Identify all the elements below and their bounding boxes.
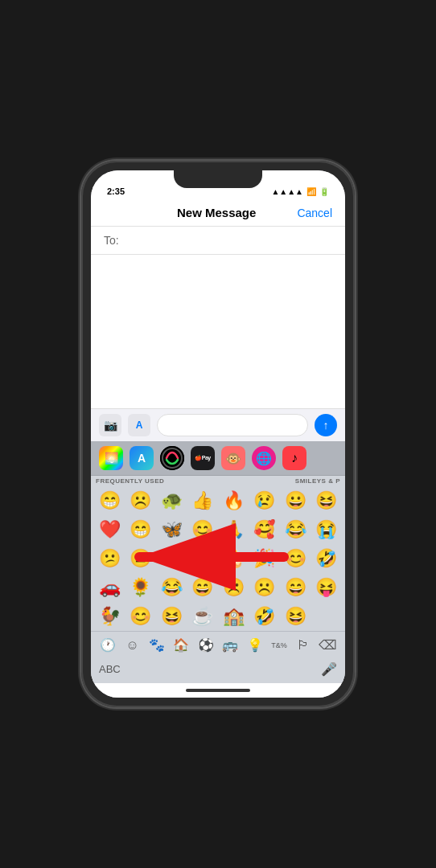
keyboard-bottom-bar: 🕐 ☺ 🐾 🏠 ⚽ 🚌 💡 T&% 🏳 ⌫ xyxy=(91,631,345,658)
emoji-cell[interactable]: 😭 xyxy=(311,515,343,544)
emoji-cell[interactable]: ☕ xyxy=(187,602,219,631)
camera-icon: 📷 xyxy=(104,419,117,432)
emoji-cell[interactable]: ❤️ xyxy=(94,515,125,544)
battery-icon: 🔋 xyxy=(319,187,329,196)
emoji-cell[interactable]: 😐 xyxy=(125,544,157,573)
svg-point-0 xyxy=(160,446,184,470)
sports-icon[interactable]: ⚽ xyxy=(195,637,216,653)
frequently-used-label: FREQUENTLY USED xyxy=(96,477,218,485)
header: New Message Cancel xyxy=(91,199,345,227)
abc-button[interactable]: ABC xyxy=(99,663,121,675)
emoji-cell[interactable]: 😕 xyxy=(94,544,125,573)
emoji-cell[interactable]: 😊 xyxy=(187,515,219,544)
page-title: New Message xyxy=(136,206,297,219)
emoji-cell[interactable]: 👍 xyxy=(187,486,219,515)
send-icon: ↑ xyxy=(323,419,329,432)
emoji-cell[interactable]: 😆 xyxy=(280,602,311,631)
appstore-app-icon[interactable]: A xyxy=(130,446,154,470)
emoji-cell[interactable]: 😢 xyxy=(249,486,281,515)
emoji-section-labels: FREQUENTLY USED SMILEYS & P xyxy=(91,476,345,486)
emoji-cell[interactable]: 🎂 xyxy=(218,544,249,573)
emoji-cell[interactable]: 😄 xyxy=(280,573,311,602)
objects-icon[interactable]: 💡 xyxy=(245,637,265,653)
emoji-apps-row: 🌅 A 🍎Pay 🐵 🌐 ♪ xyxy=(91,441,345,476)
food-icon[interactable]: 🏠 xyxy=(171,637,191,653)
emoji-cell[interactable]: 😂 xyxy=(280,515,311,544)
clock-icon[interactable]: 🕐 xyxy=(97,637,118,653)
appstore-icon: A xyxy=(136,420,143,431)
emoji-cell[interactable]: 🏫 xyxy=(218,602,249,631)
signal-icon: ▲▲▲▲ xyxy=(271,187,303,196)
phone-screen: 2:35 ▲▲▲▲ 📶 🔋 New Message Cancel To: 📷 xyxy=(91,170,345,698)
emoji-cell[interactable]: 🔥 xyxy=(218,486,249,515)
emoji-cell[interactable]: ☹️ xyxy=(249,573,281,602)
emoji-cell[interactable]: 🥰 xyxy=(249,515,281,544)
to-label: To: xyxy=(104,234,119,247)
music-app-icon[interactable]: ♪ xyxy=(282,446,306,470)
mic-button[interactable]: 🎤 xyxy=(321,661,337,677)
emoji-cell[interactable]: 😀 xyxy=(280,486,311,515)
monkey-app-icon[interactable]: 🐵 xyxy=(221,446,245,470)
emoji-cell[interactable]: 😝 xyxy=(311,573,343,602)
emoji-cell[interactable] xyxy=(311,602,343,631)
to-field[interactable]: To: xyxy=(91,227,345,255)
emoji-keyboard: 🌅 A 🍎Pay 🐵 🌐 ♪ xyxy=(91,441,345,683)
notch xyxy=(174,170,262,188)
wifi-icon: 📶 xyxy=(306,187,316,196)
globe-app-icon[interactable]: 🌐 xyxy=(252,446,276,470)
emoji-cell[interactable]: 🤣 xyxy=(311,544,343,573)
emoji-cell[interactable]: ☹️ xyxy=(125,486,157,515)
travel-icon[interactable]: 🚌 xyxy=(220,637,241,653)
message-area[interactable] xyxy=(91,255,345,408)
smiley-icon[interactable]: ☺ xyxy=(122,638,143,653)
emoji-cell[interactable]: 🦋 xyxy=(156,515,187,544)
emoji-cell[interactable]: 😐 xyxy=(156,544,187,573)
cancel-button[interactable]: Cancel xyxy=(297,207,332,219)
emoji-cell[interactable]: 😆 xyxy=(156,602,187,631)
emoji-grid: 😁 ☹️ 🐢 👍 🔥 😢 😀 😆 ❤️ 😁 🦋 😊 🙏 🥰 😂 xyxy=(91,486,345,631)
emoji-cell[interactable]: 😆 xyxy=(311,486,343,515)
emoji-cell[interactable]: 😊 xyxy=(280,544,311,573)
emoji-cell[interactable]: 🚗 xyxy=(94,573,125,602)
home-bar xyxy=(186,689,250,692)
emoji-cell[interactable]: 🐓 xyxy=(94,602,125,631)
status-time: 2:35 xyxy=(107,186,125,196)
symbols-icon[interactable]: T&% xyxy=(269,641,290,649)
emoji-cell[interactable]: 🙏 xyxy=(218,515,249,544)
animal-icon[interactable]: 🐾 xyxy=(146,637,167,653)
emoji-cell[interactable]: 🐢 xyxy=(156,486,187,515)
emoji-cell[interactable]: 🎉 xyxy=(249,544,281,573)
activity-app-icon[interactable] xyxy=(160,446,184,470)
emoji-cell[interactable]: 🌻 xyxy=(125,573,157,602)
message-toolbar: 📷 A ↑ xyxy=(91,408,345,441)
phone-frame: 2:35 ▲▲▲▲ 📶 🔋 New Message Cancel To: 📷 xyxy=(81,161,355,707)
message-input[interactable] xyxy=(157,414,308,436)
delete-icon[interactable]: ⌫ xyxy=(318,637,339,653)
status-icons: ▲▲▲▲ 📶 🔋 xyxy=(271,187,329,196)
send-button[interactable]: ↑ xyxy=(315,414,337,436)
home-indicator xyxy=(91,683,345,698)
apple-pay-icon[interactable]: 🍎Pay xyxy=(191,446,215,470)
emoji-cell[interactable]: 😁 xyxy=(125,515,157,544)
appstore-button[interactable]: A xyxy=(128,414,150,436)
emoji-cell[interactable]: 😄 xyxy=(187,573,219,602)
emoji-cell[interactable]: 😁 xyxy=(94,486,125,515)
flags-icon[interactable]: 🏳 xyxy=(293,638,314,653)
emoji-cell[interactable]: 😊 xyxy=(125,602,157,631)
emoji-grid-container: 😁 ☹️ 🐢 👍 🔥 😢 😀 😆 ❤️ 😁 🦋 😊 🙏 🥰 😂 xyxy=(91,486,345,631)
emoji-cell[interactable]: ☹️ xyxy=(218,573,249,602)
camera-button[interactable]: 📷 xyxy=(99,414,121,436)
smileys-label: SMILEYS & P xyxy=(218,477,340,485)
keyboard-abc-row: ABC 🎤 xyxy=(91,658,345,683)
photos-app-icon[interactable]: 🌅 xyxy=(99,446,123,470)
emoji-cell[interactable]: 🤣 xyxy=(249,602,281,631)
emoji-cell[interactable]: 🤢 xyxy=(187,544,219,573)
emoji-cell[interactable]: 😂 xyxy=(156,573,187,602)
